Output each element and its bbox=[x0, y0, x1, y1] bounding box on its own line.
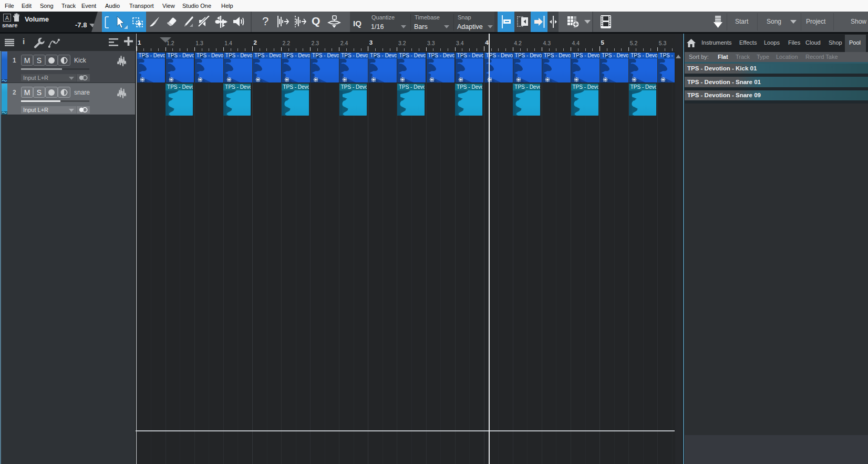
svg-text:A: A bbox=[5, 15, 9, 21]
